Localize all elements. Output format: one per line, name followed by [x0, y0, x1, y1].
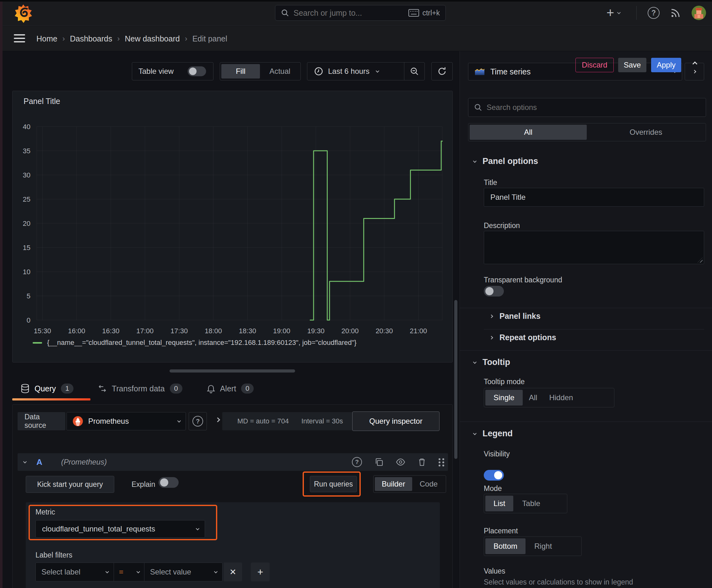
legend-series-name[interactable]: {__name__="cloudflared_tunnel_total_requ… — [47, 339, 357, 347]
tab-query-count: 1 — [61, 383, 73, 394]
repeat-options-header[interactable]: Repeat options — [490, 333, 556, 342]
news-icon[interactable] — [667, 0, 684, 26]
chevron-down-icon — [473, 360, 477, 363]
time-series-icon — [475, 68, 485, 76]
apply-button[interactable]: Apply — [651, 58, 681, 72]
query-row-header[interactable]: A (Prometheus) ? — [18, 453, 448, 471]
avatar[interactable] — [690, 0, 708, 26]
refresh-button[interactable] — [431, 62, 453, 80]
select-label-placeholder: Select label — [41, 568, 106, 576]
time-range-group: Last 6 hours — [307, 62, 425, 80]
tab-query[interactable]: Query 1 — [21, 383, 73, 394]
menu-icon[interactable] — [14, 34, 25, 42]
actual-option[interactable]: Actual — [261, 64, 299, 79]
query-inspector-button[interactable]: Query inspector — [352, 412, 439, 431]
query-editor: Data source Prometheus ? MD = auto = 704… — [12, 404, 453, 588]
legend-mode-table[interactable]: Table — [514, 496, 548, 511]
remove-filter-button[interactable]: ✕ — [224, 563, 242, 582]
tab-overrides[interactable]: Overrides — [587, 125, 705, 140]
datasource-help-button[interactable]: ? — [189, 412, 207, 430]
add-filter-button[interactable]: + — [251, 563, 270, 582]
table-view-label: Table view — [138, 67, 174, 76]
hide-query-icon[interactable] — [396, 459, 405, 465]
tooltip-mode-single[interactable]: Single — [486, 390, 523, 405]
fill-actual-group: Fill Actual — [220, 62, 301, 80]
chart-panel[interactable]: Panel Title 051015202530354015:3016:0016… — [12, 91, 453, 362]
visualization-picker[interactable]: Time series — [468, 63, 682, 80]
add-button[interactable]: + — [602, 0, 624, 26]
legend-mode-group: List Table — [484, 494, 567, 513]
select-value-dropdown[interactable]: Select value — [144, 563, 222, 582]
code-option[interactable]: Code — [413, 477, 445, 491]
datasource-value: Prometheus — [88, 417, 172, 426]
options-search-input[interactable] — [487, 103, 700, 112]
breadcrumb-separator: › — [63, 34, 65, 43]
tooltip-mode-all[interactable]: All — [523, 390, 543, 405]
global-search[interactable]: ctrl+k — [275, 5, 446, 21]
svg-text:17:30: 17:30 — [170, 327, 188, 335]
collapse-query-icon[interactable] — [23, 460, 27, 463]
select-label-dropdown[interactable]: Select label — [36, 563, 114, 582]
breadcrumb-edit-panel: Edit panel — [192, 34, 227, 43]
delete-query-icon[interactable] — [418, 458, 426, 466]
builder-option[interactable]: Builder — [375, 477, 412, 491]
legend-mode-list[interactable]: List — [486, 496, 513, 511]
description-textarea[interactable] — [484, 231, 704, 264]
tab-alert[interactable]: Alert 0 — [207, 383, 254, 394]
options-expand-icon[interactable] — [216, 417, 219, 423]
scrollbar-thumb[interactable] — [454, 300, 457, 459]
explain-label: Explain — [132, 480, 155, 489]
breadcrumb-dashboards[interactable]: Dashboards — [70, 34, 112, 43]
tab-all[interactable]: All — [470, 125, 587, 140]
panel-title-input[interactable] — [484, 188, 704, 207]
drag-handle-icon[interactable] — [438, 458, 440, 460]
fill-option[interactable]: Fill — [221, 64, 260, 79]
chevron-down-icon — [177, 419, 181, 422]
duplicate-icon[interactable] — [374, 458, 383, 466]
table-view-toggle[interactable] — [188, 66, 206, 76]
legend-header[interactable]: Legend — [473, 429, 513, 439]
pane-resize-handle[interactable] — [170, 370, 295, 373]
breadcrumb-new-dashboard[interactable]: New dashboard — [125, 34, 180, 43]
window-top-edge — [0, 0, 712, 2]
time-range-picker[interactable]: Last 6 hours — [307, 63, 404, 80]
time-series-chart[interactable]: 051015202530354015:3016:0016:3017:0017:3… — [13, 91, 453, 336]
chart-legend[interactable]: {__name__="cloudflared_tunnel_total_requ… — [33, 339, 357, 347]
explain-toggle[interactable] — [158, 477, 179, 488]
placement-right[interactable]: Right — [526, 538, 560, 554]
visibility-toggle[interactable] — [484, 470, 504, 481]
save-button[interactable]: Save — [618, 58, 646, 72]
panel-links-header[interactable]: Panel links — [490, 312, 541, 321]
panel-options-header[interactable]: Panel options — [473, 156, 538, 166]
operator-dropdown[interactable]: = — [114, 563, 144, 582]
discard-button[interactable]: Discard — [576, 58, 614, 72]
collapse-up-icon[interactable] — [693, 61, 697, 67]
run-queries-button[interactable]: Run queries — [310, 476, 357, 492]
chevron-down-icon — [617, 11, 621, 14]
search-shortcut: ctrl+k — [422, 9, 440, 17]
tab-query-label: Query — [35, 384, 56, 393]
grafana-logo[interactable] — [14, 4, 33, 23]
query-help-icon[interactable]: ? — [352, 457, 362, 467]
tooltip-header[interactable]: Tooltip — [473, 357, 510, 367]
placement-bottom[interactable]: Bottom — [486, 538, 525, 554]
breadcrumb-home[interactable]: Home — [37, 34, 58, 43]
zoom-out-button[interactable] — [404, 63, 425, 80]
svg-text:19:30: 19:30 — [307, 327, 325, 335]
help-button[interactable]: ? — [645, 0, 662, 26]
title-label: Title — [484, 178, 497, 187]
search-input[interactable] — [294, 8, 404, 18]
svg-text:25: 25 — [23, 195, 30, 203]
transparent-bg-toggle[interactable] — [484, 286, 504, 296]
tooltip-mode-hidden[interactable]: Hidden — [543, 390, 579, 405]
resize-corner-icon[interactable] — [697, 257, 703, 262]
svg-text:17:00: 17:00 — [136, 327, 153, 335]
clock-icon — [314, 67, 323, 76]
kickstart-button[interactable]: Kick start your query — [26, 476, 114, 493]
query-options-summary[interactable]: MD = auto = 704 Interval = 30s — [222, 412, 360, 430]
options-search[interactable] — [468, 98, 706, 117]
metric-select[interactable]: cloudflared_tunnel_total_requests — [36, 520, 205, 538]
chevron-down-icon — [106, 570, 109, 573]
tab-transform-data[interactable]: Transform data 0 — [98, 383, 182, 394]
datasource-picker[interactable]: Prometheus — [67, 412, 186, 430]
